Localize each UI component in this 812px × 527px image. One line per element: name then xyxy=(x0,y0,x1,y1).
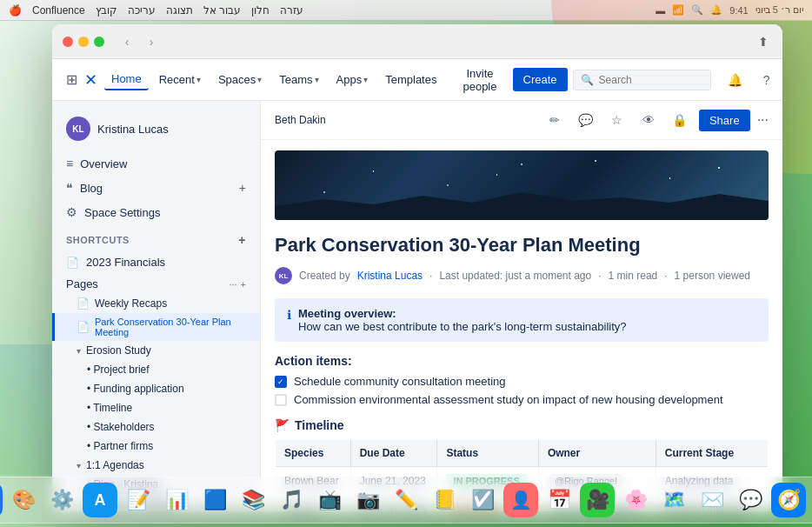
sidebar-item-weekly-recaps[interactable]: 📄 Weekly Recaps xyxy=(52,294,260,313)
sidebar-item-funding[interactable]: • Funding application xyxy=(52,379,260,398)
sidebar-item-blog[interactable]: ❝ Blog + xyxy=(52,176,260,200)
checkbox-2[interactable] xyxy=(275,394,287,406)
dock-maps[interactable]: 🗺️ xyxy=(656,483,691,517)
checkbox-label-1: Schedule community consultation meeting xyxy=(294,375,506,388)
edit-button[interactable]: ✏ xyxy=(542,108,567,132)
apple-logo[interactable]: 🍎 xyxy=(9,4,22,17)
pages-add-button[interactable]: + xyxy=(241,279,246,290)
watch-button[interactable]: 👁 xyxy=(636,108,661,132)
blog-add-icon[interactable]: + xyxy=(239,181,246,195)
search-input[interactable] xyxy=(599,74,703,86)
restrict-button[interactable]: 🔒 xyxy=(668,108,692,132)
doc-header: Beth Dakin ✏ 💬 ☆ 👁 🔒 Share ··· xyxy=(261,101,782,140)
maximize-button[interactable] xyxy=(94,37,104,47)
nav-apps[interactable]: Apps ▾ xyxy=(329,70,376,90)
sidebar-item-overview[interactable]: ≡ Overview xyxy=(52,151,260,176)
dock-systemprefs[interactable]: ⚙️ xyxy=(44,483,79,517)
checkbox-item-1: ✓ Schedule community consultation meetin… xyxy=(275,375,769,388)
dock-calendar[interactable]: 📅 xyxy=(542,483,576,517)
sidebar-item-11-agendas[interactable]: ▾ 1:1 Agendas xyxy=(52,456,260,475)
nav-right: 🔔 ? ⚙ KL xyxy=(723,68,782,92)
minimize-button[interactable] xyxy=(78,37,89,47)
nav-recent[interactable]: Recent ▾ xyxy=(152,70,208,90)
dock-appstore[interactable]: A xyxy=(83,483,117,517)
dock-music[interactable]: 🎵 xyxy=(274,483,309,517)
sidebar-item-2023-financials[interactable]: 📄 2023 Financials xyxy=(52,250,260,274)
dock-finder[interactable]: 🌐 xyxy=(0,483,3,517)
nav-templates[interactable]: Templates xyxy=(378,70,443,90)
dock-artstudio[interactable]: 🎨 xyxy=(6,483,41,517)
dock-contacts[interactable]: 👤 xyxy=(503,483,538,517)
hero-image xyxy=(275,150,769,220)
dock-facetime[interactable]: 📷 xyxy=(350,483,385,517)
financials-icon: 📄 xyxy=(66,257,79,269)
dock-pages[interactable]: 📝 xyxy=(121,483,156,517)
menu-window[interactable]: חלון xyxy=(251,4,270,17)
grid-icon[interactable]: ⊞ xyxy=(63,68,81,91)
pages-actions: ··· + xyxy=(229,279,246,290)
creator-link[interactable]: Kristina Lucas xyxy=(357,270,423,282)
agendas-collapse-arrow: ▾ xyxy=(77,461,81,470)
more-options-button[interactable]: ··· xyxy=(757,112,769,128)
overview-icon: ≡ xyxy=(66,157,73,170)
dock-photos[interactable]: 🌸 xyxy=(618,483,653,517)
comment-button[interactable]: 💬 xyxy=(574,108,598,132)
pages-action-dots[interactable]: ··· xyxy=(229,279,236,290)
search-box: 🔍 xyxy=(573,70,711,90)
col-owner: Owner xyxy=(538,440,656,467)
sidebar-item-timeline[interactable]: • Timeline xyxy=(52,398,260,417)
content-area: Beth Dakin ✏ 💬 ☆ 👁 🔒 Share ··· Park Con xyxy=(261,101,782,511)
nav-spaces[interactable]: Spaces ▾ xyxy=(211,70,269,90)
shortcuts-add-button[interactable]: + xyxy=(238,233,246,247)
meta-sep-2: · xyxy=(598,270,601,282)
forward-button[interactable]: › xyxy=(143,33,160,50)
star-button[interactable]: ☆ xyxy=(605,108,629,132)
callout-title: Meeting overview: xyxy=(298,307,396,320)
dock-appletv[interactable]: 📺 xyxy=(312,483,347,517)
invite-people-button[interactable]: Invite people xyxy=(456,63,503,97)
read-time: 1 min read xyxy=(609,270,658,282)
col-status: Status xyxy=(437,440,539,467)
dock-reminders[interactable]: ☑️ xyxy=(465,483,500,517)
callout-content: Meeting overview: How can we best contri… xyxy=(298,307,627,333)
dock-missionctrl[interactable]: 🟦 xyxy=(197,483,232,517)
menu-help[interactable]: עזרה xyxy=(280,4,303,17)
table-header-row: Species Due Date Status Owner Current St… xyxy=(276,440,769,467)
info-icon: ℹ xyxy=(287,308,291,322)
share-icon[interactable]: ⬆ xyxy=(755,33,772,50)
dock-notes[interactable]: 📒 xyxy=(427,483,462,517)
sidebar-item-stakeholders[interactable]: • Stakeholders xyxy=(52,417,260,437)
create-button[interactable]: Create xyxy=(513,68,568,91)
help-button[interactable]: ? xyxy=(755,68,779,92)
menu-file[interactable]: קובץ xyxy=(96,4,117,17)
menu-edit[interactable]: עריכה xyxy=(128,4,156,17)
sidebar-item-project-brief[interactable]: • Project brief xyxy=(52,360,260,379)
sidebar-item-erosion-study[interactable]: ▾ Erosion Study xyxy=(52,341,260,360)
dock-books[interactable]: 📚 xyxy=(236,483,270,517)
nav-teams[interactable]: Teams ▾ xyxy=(272,70,325,90)
menu-view[interactable]: תצוגה xyxy=(166,4,193,17)
teams-chevron: ▾ xyxy=(315,75,319,84)
dock-mail[interactable]: ✉️ xyxy=(695,483,729,517)
dock-freeform[interactable]: ✏️ xyxy=(389,483,423,517)
sidebar: KL Kristina Lucas ≡ Overview ❝ Blog + ⚙ … xyxy=(52,101,261,511)
dock-numbers[interactable]: 📊 xyxy=(159,483,194,517)
nav-home[interactable]: Home xyxy=(104,69,149,90)
close-button[interactable] xyxy=(63,37,73,47)
checkbox-1[interactable]: ✓ xyxy=(275,376,287,388)
dock-safari[interactable]: 🧭 xyxy=(771,483,806,517)
menu-goto[interactable]: עבור אל xyxy=(203,4,241,17)
sidebar-item-partner-firms[interactable]: • Partner firms xyxy=(52,437,260,456)
sidebar-item-park-conservation[interactable]: 📄 Park Conservation 30-Year Plan Meeting xyxy=(52,313,260,341)
app-name[interactable]: Confluence xyxy=(32,4,85,17)
sidebar-item-settings[interactable]: ⚙ Space Settings xyxy=(52,200,260,224)
dock-messages[interactable]: 💬 xyxy=(733,483,768,517)
nav-left: ⊞ ✕ Home Recent ▾ Spaces ▾ Teams ▾ Apps … xyxy=(63,68,443,91)
share-button[interactable]: Share xyxy=(699,110,750,131)
notifications-button[interactable]: 🔔 xyxy=(723,68,748,92)
checkbox-item-2: Commission environmental assessment stud… xyxy=(275,393,769,406)
back-button[interactable]: ‹ xyxy=(118,33,136,50)
confluence-logo[interactable]: ✕ xyxy=(84,70,97,90)
callout-body: How can we best contribute to the park's… xyxy=(298,320,627,333)
dock-facetime2[interactable]: 🎥 xyxy=(580,483,615,517)
